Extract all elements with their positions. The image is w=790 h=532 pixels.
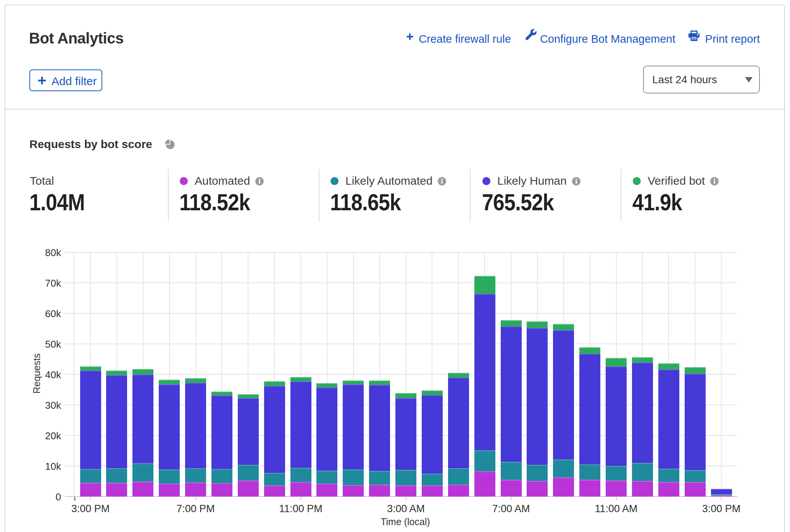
stat-divider [621,169,621,222]
add-filter-button[interactable]: Add filter [29,69,102,91]
time-range-select[interactable]: Last 24 hours [643,66,760,94]
pie-chart-icon [164,139,175,151]
stat-label: Likely Automated [345,177,432,185]
plus-icon [38,76,46,85]
header-actions: Create firewall rule Configure Bot Manag… [406,31,760,47]
chevron-down-icon [745,77,753,82]
legend-dot [633,177,641,185]
bot-analytics-page: Bot Analytics Create firewall rule Confi… [0,0,790,532]
print-report-link[interactable]: Print report [688,33,760,45]
legend-dot [482,177,490,185]
add-filter-label: Add filter [52,76,97,87]
page-title: Bot Analytics [29,31,124,46]
configure-bot-management-label: Configure Bot Management [540,33,676,45]
legend-dot [180,177,188,185]
stat-label: Automated [195,177,250,185]
stat-value: 118.65k [330,191,401,214]
configure-bot-management-link[interactable]: Configure Bot Management [524,33,676,45]
time-range-value: Last 24 hours [652,74,745,86]
stat-label: Total [30,177,54,185]
plus-icon [406,35,413,42]
wrench-icon [524,34,535,45]
legend-dot [331,177,339,185]
info-icon[interactable] [710,177,719,185]
stat-value: 118.52k [179,191,250,214]
info-icon[interactable] [572,177,580,185]
stat-value: 1.04M [29,191,85,214]
stat-label: Likely Human [497,177,567,185]
stat-divider [470,169,471,222]
stat-divider [319,169,319,222]
stat-label: Verified bot [648,177,705,185]
print-report-label: Print report [705,33,760,45]
create-firewall-rule-link[interactable]: Create firewall rule [406,33,511,45]
info-icon[interactable] [255,177,264,185]
printer-icon [688,34,700,45]
stat-value: 41.9k [632,191,682,214]
header-divider [5,109,785,110]
info-icon[interactable] [438,177,446,185]
stat-value: 765.52k [482,191,554,214]
stat-divider [168,169,169,222]
create-firewall-rule-label: Create firewall rule [419,33,511,45]
section-title: Requests by bot score [29,139,152,150]
